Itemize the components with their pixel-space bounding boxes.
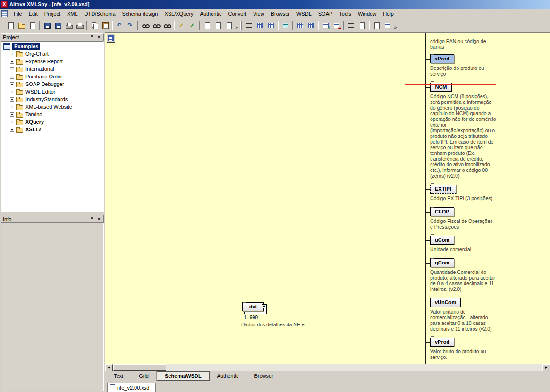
menu-item-window[interactable]: Window <box>355 9 380 18</box>
schema-element-box-vprod[interactable]: vProd <box>430 338 454 347</box>
toolbar-grip[interactable] <box>240 21 242 30</box>
view-tab-text[interactable]: Text <box>106 371 131 381</box>
project-tree-item-wsdl-editor[interactable]: +WSDL Editor <box>2 88 103 95</box>
check-well-formed-button[interactable] <box>176 20 187 31</box>
expand-icon[interactable]: + <box>10 105 14 109</box>
reload-document-button[interactable] <box>27 20 38 31</box>
expand-icon[interactable]: + <box>10 52 14 56</box>
schema-settings-button[interactable] <box>382 20 393 31</box>
project-tree-item-purchase-order[interactable]: +Purchase Order <box>2 73 103 80</box>
save-all-button[interactable] <box>52 20 63 31</box>
assign-schema-button[interactable] <box>212 20 223 31</box>
print-preview-button[interactable] <box>74 20 85 31</box>
document-menu-icon[interactable] <box>1 10 8 17</box>
view-tab-authentic[interactable]: Authentic <box>210 371 247 381</box>
project-tree-item-soap-debugger[interactable]: +SOAP Debugger <box>2 80 103 88</box>
view-tab-browser[interactable]: Browser <box>246 371 281 381</box>
project-tree-item-xml-based-website[interactable]: +XML-based Website <box>2 103 103 111</box>
expand-icon[interactable]: + <box>10 97 14 102</box>
project-tree-item-org-chart[interactable]: +Org-Chart <box>2 50 103 58</box>
assign-dtd-button[interactable] <box>202 20 212 31</box>
go-to-definition-button[interactable] <box>223 20 234 31</box>
open-file-button[interactable] <box>16 20 27 31</box>
project-tree-item-industrystandards[interactable]: +IndustryStandards <box>2 95 103 103</box>
project-tree-root[interactable]: Examples <box>2 43 103 50</box>
project-tree-item-expense-report[interactable]: +Expense Report <box>2 58 103 65</box>
pin-icon[interactable] <box>89 34 95 40</box>
file-tab[interactable]: nfe_v2.00.xsd <box>107 383 156 392</box>
toolbar-overflow-chevron[interactable]: » <box>234 21 239 30</box>
schema-element-box-qcom[interactable]: qCom <box>430 258 454 267</box>
toolbar-overflow-chevron[interactable]: » <box>393 21 398 30</box>
copy-button[interactable] <box>89 20 100 31</box>
expand-icon[interactable]: + <box>10 112 14 117</box>
scroll-left-button[interactable]: ◄ <box>105 364 113 371</box>
redo-button[interactable] <box>125 20 136 31</box>
close-icon[interactable] <box>96 34 102 40</box>
menu-item-help[interactable]: Help <box>380 9 397 18</box>
schema-design-canvas[interactable]: código EAN ou código de barras xProdDesc… <box>105 32 550 364</box>
show-markup-button[interactable] <box>346 20 356 31</box>
schema-element-box-vuncom[interactable]: vUnCom <box>430 298 461 307</box>
menu-item-soap[interactable]: SOAP <box>315 9 336 18</box>
view-tab-grid[interactable]: Grid <box>131 371 157 381</box>
expand-icon[interactable]: + <box>10 128 14 132</box>
menu-item-edit[interactable]: Edit <box>25 9 41 18</box>
element-properties-button[interactable] <box>356 20 367 31</box>
view-tab-schema-wsdl[interactable]: Schema/WSDL <box>157 371 210 381</box>
project-tree-item-xslt2[interactable]: +XSLT2 <box>2 126 103 133</box>
scrollbar-track[interactable] <box>166 364 542 371</box>
save-button[interactable] <box>42 20 52 31</box>
expand-icon[interactable]: + <box>10 67 14 71</box>
add-element-button[interactable] <box>320 20 331 31</box>
menu-item-tools[interactable]: Tools <box>336 9 355 18</box>
pin-icon[interactable] <box>89 216 95 222</box>
schema-element-box-det[interactable]: det <box>242 302 264 311</box>
schema-element-box-ucom[interactable]: uCom <box>430 236 454 245</box>
close-icon[interactable] <box>96 216 102 222</box>
add-attribute-button[interactable] <box>331 20 342 31</box>
schema-element-box-extipi[interactable]: EXTIPI <box>430 185 456 194</box>
menu-item-file[interactable]: File <box>10 9 25 18</box>
schema-design-view-button[interactable] <box>265 20 276 31</box>
find-button[interactable] <box>140 20 151 31</box>
app-icon[interactable]: X <box>1 1 8 8</box>
paste-button[interactable] <box>100 20 110 31</box>
schema-element-box-xprod[interactable]: xProd <box>430 54 454 63</box>
undo-button[interactable] <box>114 20 125 31</box>
expand-icon[interactable]: + <box>10 82 14 86</box>
grid-view-button[interactable] <box>254 20 265 31</box>
menu-item-authentic[interactable]: Authentic <box>197 9 225 18</box>
expand-icon[interactable]: + <box>10 60 14 64</box>
menu-item-dtd-schema[interactable]: DTD/Schema <box>81 9 119 18</box>
schema-overview-button[interactable] <box>107 34 115 43</box>
generate-sample-xml-button[interactable] <box>371 20 382 31</box>
menu-item-schema-design[interactable]: Schema design <box>119 9 161 18</box>
scrollbar-thumb[interactable] <box>113 364 166 371</box>
menu-item-wsdl[interactable]: WSDL <box>293 9 315 18</box>
menu-item-xml[interactable]: XML <box>64 9 81 18</box>
menu-item-project[interactable]: Project <box>41 9 64 18</box>
project-tree-item-international[interactable]: +International <box>2 65 103 73</box>
scroll-right-button[interactable]: ► <box>542 364 550 371</box>
print-button[interactable] <box>63 20 74 31</box>
menu-item-view[interactable]: View <box>250 9 268 18</box>
expand-all-button[interactable] <box>295 20 305 31</box>
new-document-button[interactable] <box>5 20 16 31</box>
menu-item-browser[interactable]: Browser <box>268 9 293 18</box>
menu-item-convert[interactable]: Convert <box>225 9 250 18</box>
expand-plus-icon[interactable] <box>262 304 266 308</box>
text-view-button[interactable] <box>244 20 254 31</box>
expand-icon[interactable]: + <box>10 120 14 124</box>
find-next-button[interactable] <box>161 20 172 31</box>
project-tree-item-tamino[interactable]: +Tamino <box>2 111 103 118</box>
schema-element-box-cfop[interactable]: CFOP <box>430 207 454 216</box>
expand-icon[interactable]: + <box>10 90 14 94</box>
find-in-files-button[interactable] <box>151 20 161 31</box>
project-tree-item-xquery[interactable]: +XQuery <box>2 118 103 126</box>
validate-button[interactable] <box>187 20 198 31</box>
menu-item-xsl-xquery[interactable]: XSL/XQuery <box>161 9 196 18</box>
expand-icon[interactable]: + <box>10 75 14 79</box>
display-as-table-button[interactable] <box>280 20 291 31</box>
collapse-all-button[interactable] <box>305 20 316 31</box>
